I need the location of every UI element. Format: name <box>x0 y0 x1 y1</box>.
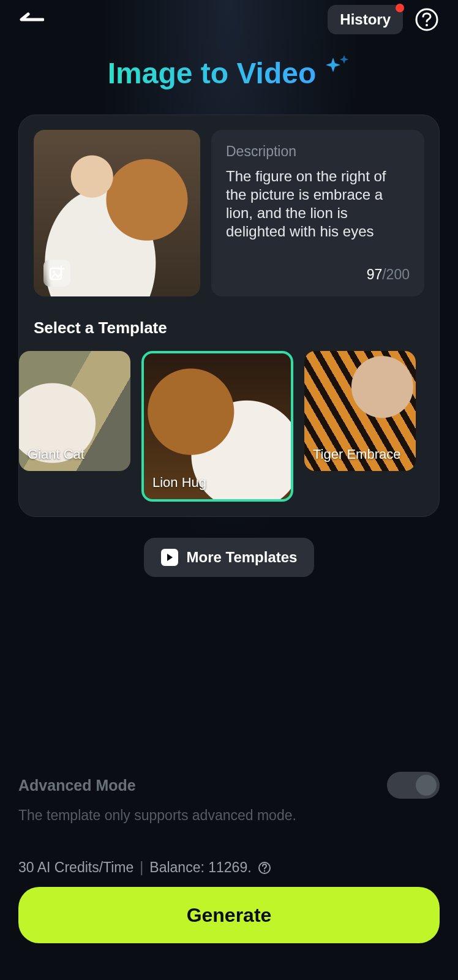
image-plus-icon <box>49 265 65 281</box>
help-icon <box>415 7 439 32</box>
template-tiger-embrace[interactable]: Tiger Embrace <box>304 351 416 471</box>
template-lion-hug[interactable]: Lion Hug <box>141 351 293 502</box>
template-label: Giant Cat <box>28 447 84 462</box>
template-label: Lion Hug <box>152 475 206 491</box>
help-button[interactable] <box>414 7 440 32</box>
sparkle-icon <box>323 55 350 82</box>
toggle-knob-icon <box>416 775 437 796</box>
description-label: Description <box>226 143 410 160</box>
credit-balance: Balance: 11269. <box>149 859 251 876</box>
template-list: Giant Cat Lion Hug Tiger Embrace <box>19 351 439 502</box>
history-button[interactable]: History <box>328 5 403 34</box>
advanced-mode-toggle[interactable] <box>387 772 440 799</box>
generate-button[interactable]: Generate <box>18 887 440 943</box>
svg-point-3 <box>53 271 55 273</box>
uploaded-image[interactable] <box>34 130 200 296</box>
generate-label: Generate <box>187 904 272 927</box>
template-label: Tiger Embrace <box>313 447 400 462</box>
more-templates-button[interactable]: More Templates <box>144 538 315 577</box>
back-icon <box>20 12 44 27</box>
back-button[interactable] <box>18 6 45 33</box>
template-giant-cat[interactable]: Giant Cat <box>19 351 130 471</box>
advanced-mode-label: Advanced Mode <box>18 777 136 794</box>
advanced-mode-subtext: The template only supports advanced mode… <box>18 807 440 824</box>
play-icon <box>161 549 178 566</box>
info-icon[interactable] <box>258 861 271 875</box>
credit-cost: 30 AI Credits/Time <box>18 859 133 876</box>
credit-info: 30 AI Credits/Time | Balance: 11269. <box>18 859 440 876</box>
svg-point-5 <box>263 870 265 871</box>
history-label: History <box>340 11 391 28</box>
description-text: The figure on the right of the picture i… <box>226 167 410 262</box>
templates-heading: Select a Template <box>34 318 424 337</box>
char-count: 97/200 <box>367 266 410 283</box>
notification-dot-icon <box>396 4 404 12</box>
description-box[interactable]: Description The figure on the right of t… <box>211 130 424 296</box>
input-card: Description The figure on the right of t… <box>18 115 440 517</box>
svg-point-1 <box>426 24 428 26</box>
page-title: Image to Video <box>108 56 317 90</box>
change-image-button[interactable] <box>43 260 70 287</box>
more-templates-label: More Templates <box>187 549 298 566</box>
